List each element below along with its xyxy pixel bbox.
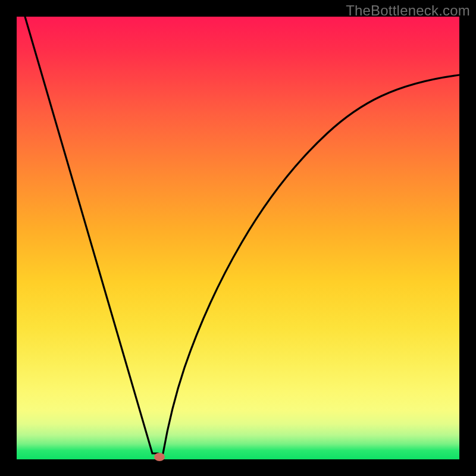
chart-frame: TheBottleneck.com <box>0 0 476 476</box>
curve-right-branch <box>163 75 459 453</box>
plot-area <box>17 17 459 459</box>
bottleneck-curve <box>17 17 459 459</box>
minimum-marker <box>154 453 165 461</box>
watermark-text: TheBottleneck.com <box>346 2 470 19</box>
curve-left-branch <box>25 17 158 453</box>
